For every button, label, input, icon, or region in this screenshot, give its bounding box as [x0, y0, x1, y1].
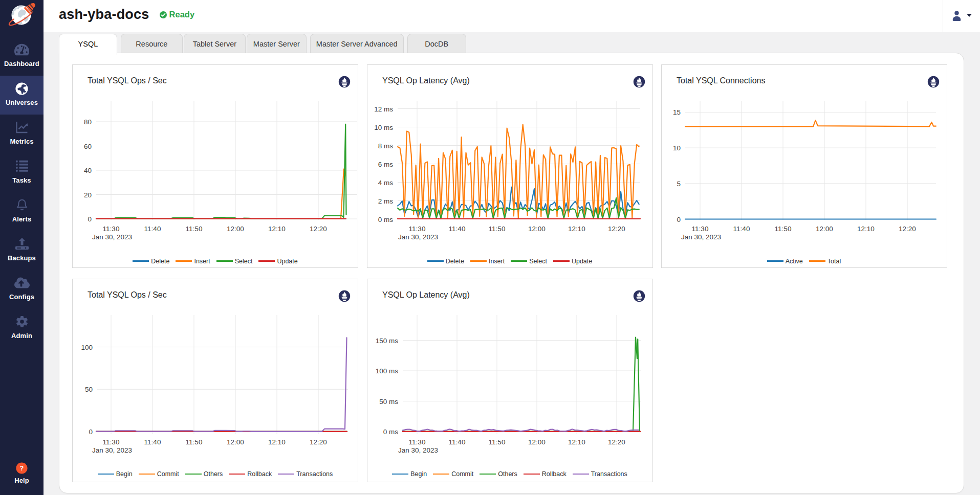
svg-text:12:10: 12:10	[268, 225, 286, 233]
svg-text:12:00: 12:00	[816, 225, 833, 233]
svg-text:12:20: 12:20	[608, 438, 625, 446]
svg-text:11:40: 11:40	[144, 225, 161, 233]
svg-text:8 ms: 8 ms	[378, 142, 393, 149]
svg-text:0 ms: 0 ms	[383, 428, 398, 436]
svg-text:10: 10	[672, 144, 680, 152]
svg-text:12 ms: 12 ms	[374, 105, 393, 112]
svg-text:0: 0	[88, 215, 92, 223]
svg-text:11:30: 11:30	[691, 225, 708, 233]
svg-text:6 ms: 6 ms	[378, 160, 393, 168]
svg-text:50: 50	[85, 386, 93, 393]
svg-text:12:10: 12:10	[568, 438, 585, 446]
svg-text:?: ?	[20, 464, 24, 472]
svg-text:11:50: 11:50	[488, 438, 505, 446]
svg-text:12:20: 12:20	[899, 225, 916, 233]
svg-text:Total YSQL Ops / Sec: Total YSQL Ops / Sec	[88, 290, 167, 299]
svg-text:50 ms: 50 ms	[379, 398, 398, 406]
svg-text:12:10: 12:10	[268, 438, 286, 446]
svg-text:YSQL Op Latency (Avg): YSQL Op Latency (Avg)	[382, 76, 470, 85]
svg-text:Jan 30, 2023: Jan 30, 2023	[398, 446, 438, 454]
svg-text:60: 60	[84, 142, 92, 150]
svg-text:12:20: 12:20	[310, 438, 327, 446]
svg-text:0: 0	[89, 428, 93, 436]
svg-text:Total YSQL Ops / Sec: Total YSQL Ops / Sec	[88, 76, 167, 85]
svg-text:11:40: 11:40	[448, 438, 465, 446]
svg-text:20: 20	[84, 191, 92, 198]
svg-text:YSQL Op Latency (Avg): YSQL Op Latency (Avg)	[382, 290, 470, 299]
svg-text:11:50: 11:50	[186, 225, 203, 233]
svg-text:40: 40	[84, 167, 92, 174]
svg-text:12:10: 12:10	[857, 225, 875, 233]
svg-text:12:10: 12:10	[568, 225, 585, 233]
svg-text:Jan 30, 2023: Jan 30, 2023	[92, 233, 132, 241]
svg-text:10 ms: 10 ms	[374, 123, 393, 131]
svg-text:Jan 30, 2023: Jan 30, 2023	[681, 233, 721, 241]
svg-text:Jan 30, 2023: Jan 30, 2023	[92, 446, 132, 454]
svg-text:11:40: 11:40	[733, 225, 750, 233]
svg-text:11:30: 11:30	[103, 225, 120, 233]
svg-text:Total YSQL Connections: Total YSQL Connections	[677, 76, 765, 85]
svg-text:0 ms: 0 ms	[378, 215, 393, 223]
svg-text:15: 15	[672, 108, 680, 116]
svg-text:11:40: 11:40	[448, 225, 465, 233]
svg-text:11:50: 11:50	[774, 225, 791, 233]
svg-text:2 ms: 2 ms	[378, 197, 393, 205]
svg-text:12:00: 12:00	[227, 438, 244, 446]
svg-text:11:50: 11:50	[186, 438, 203, 446]
svg-text:5: 5	[677, 179, 681, 187]
svg-text:11:30: 11:30	[103, 438, 120, 446]
svg-text:12:20: 12:20	[608, 225, 625, 233]
svg-text:11:40: 11:40	[144, 438, 161, 446]
svg-text:12:00: 12:00	[528, 225, 546, 233]
svg-text:12:00: 12:00	[528, 438, 546, 446]
svg-text:0: 0	[677, 215, 681, 223]
svg-text:80: 80	[84, 118, 92, 126]
svg-text:Jan 30, 2023: Jan 30, 2023	[398, 233, 438, 241]
svg-text:11:30: 11:30	[408, 438, 425, 446]
svg-text:12:20: 12:20	[310, 225, 327, 233]
svg-text:4 ms: 4 ms	[378, 178, 393, 186]
svg-text:100: 100	[81, 344, 93, 351]
svg-text:100 ms: 100 ms	[375, 367, 398, 375]
svg-text:11:50: 11:50	[488, 225, 505, 233]
svg-text:12:00: 12:00	[227, 225, 244, 233]
svg-text:150 ms: 150 ms	[375, 337, 398, 345]
svg-text:11:30: 11:30	[408, 225, 425, 233]
